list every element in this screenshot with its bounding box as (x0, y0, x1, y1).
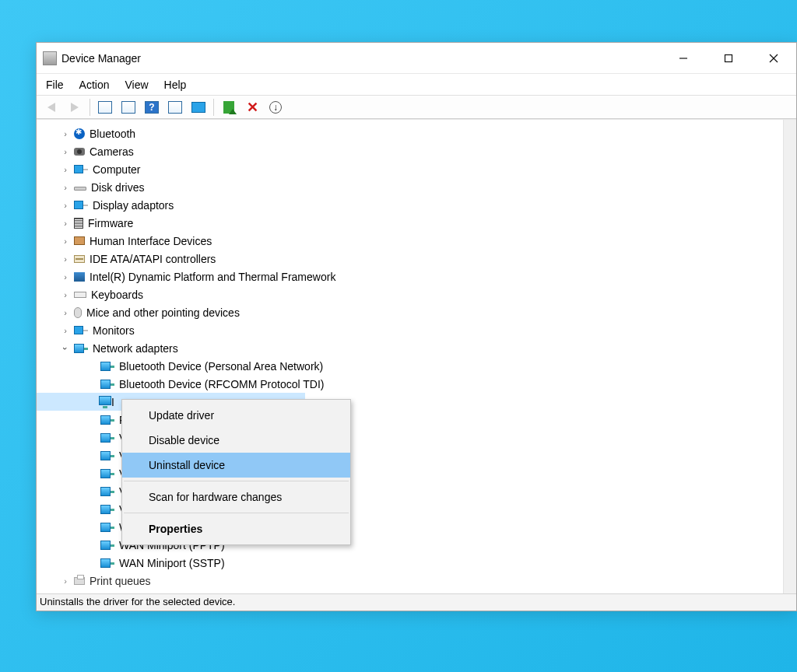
category-label: Disk drives (91, 181, 144, 194)
chevron-right-icon[interactable]: › (60, 218, 71, 229)
enable-icon (223, 101, 234, 114)
device-item[interactable]: Bluetooth Device (Personal Area Network) (37, 357, 796, 375)
arrow-left-icon (47, 103, 55, 112)
keyboard-icon (74, 292, 86, 298)
toolbar-uninstall[interactable]: ✕ (242, 98, 262, 117)
category-label: Bluetooth (90, 128, 135, 140)
category-firmware[interactable]: ›Firmware (37, 214, 796, 232)
category-label: Human Interface Devices (90, 235, 212, 247)
chevron-right-icon[interactable]: › (60, 182, 71, 193)
network-adapter-icon (99, 396, 111, 408)
app-icon (43, 51, 57, 65)
chevron-right-icon[interactable]: › (60, 164, 71, 175)
ide-icon (74, 255, 85, 263)
device-label: Bluetooth Device (Personal Area Network) (119, 360, 323, 373)
context-properties[interactable]: Properties (122, 516, 350, 541)
category-hid[interactable]: ›Human Interface Devices (37, 232, 796, 250)
context-separator (124, 481, 349, 481)
chevron-right-icon[interactable]: › (60, 254, 71, 264)
toolbar-separator (213, 99, 214, 116)
hid-icon (74, 236, 85, 245)
download-icon: ↓ (269, 101, 282, 114)
close-button[interactable] (751, 43, 796, 73)
category-label: Mice and other pointing devices (86, 306, 240, 319)
category-disk-drives[interactable]: ›Disk drives (37, 178, 796, 196)
category-intel-dptf[interactable]: ›Intel(R) Dynamic Platform and Thermal F… (37, 268, 796, 285)
category-display-adapters[interactable]: ›Display adaptors (37, 196, 796, 214)
device-label: I (111, 396, 114, 408)
vertical-scrollbar[interactable] (783, 120, 796, 593)
menu-action[interactable]: Action (78, 77, 111, 93)
context-uninstall-device[interactable]: Uninstall device (122, 453, 350, 478)
chevron-right-icon[interactable]: › (60, 200, 71, 211)
category-label: Print queues (90, 575, 151, 587)
category-print-queues[interactable]: ›Print queues (37, 572, 796, 590)
help-icon: ? (145, 101, 159, 114)
category-label: Keyboards (91, 289, 143, 301)
context-scan-hardware[interactable]: Scan for hardware changes (122, 485, 350, 509)
category-cameras[interactable]: ›Cameras (37, 142, 796, 160)
panel-icon (168, 101, 182, 114)
device-label: Bluetooth Device (RFCOMM Protocol TDI) (119, 378, 324, 390)
context-disable-device[interactable]: Disable device (122, 428, 350, 453)
maximize-button[interactable] (706, 43, 751, 73)
toolbar-help[interactable]: ? (142, 98, 162, 117)
display-icon (74, 199, 88, 212)
chevron-right-icon[interactable]: › (60, 271, 71, 282)
network-adapter-icon (100, 450, 114, 462)
category-label: Computer (93, 163, 140, 176)
status-bar: Uninstalls the driver for the selected d… (37, 593, 796, 611)
network-adapter-icon (100, 378, 114, 390)
category-label: IDE ATA/ATAPI controllers (90, 253, 216, 265)
toolbar-panel2[interactable] (165, 98, 185, 117)
menu-file[interactable]: File (44, 77, 65, 93)
drive-icon (74, 187, 86, 191)
chevron-right-icon[interactable]: › (60, 236, 71, 247)
network-adapter-icon (100, 432, 114, 444)
printer-icon (74, 577, 85, 585)
category-network-adapters[interactable]: ›Network adapters (37, 339, 796, 357)
toolbar-scan[interactable] (188, 98, 209, 117)
toolbar-update[interactable]: ↓ (265, 98, 286, 117)
category-label: Intel(R) Dynamic Platform and Thermal Fr… (90, 271, 335, 283)
category-bluetooth[interactable]: ›Bluetooth (37, 124, 796, 142)
toolbar-enable[interactable] (219, 98, 239, 117)
toolbar: ? ✕ ↓ (37, 96, 796, 119)
menu-view[interactable]: View (123, 77, 149, 93)
network-adapter-icon (100, 557, 114, 569)
category-monitors[interactable]: ›Monitors (37, 321, 796, 339)
toolbar-separator (90, 99, 90, 116)
bluetooth-icon (74, 128, 85, 139)
category-mice[interactable]: ›Mice and other pointing devices (37, 303, 796, 321)
category-label: Network adapters (93, 342, 178, 355)
toolbar-show-hidden[interactable] (95, 98, 115, 117)
toolbar-forward[interactable] (65, 98, 85, 117)
category-keyboards[interactable]: ›Keyboards (37, 285, 796, 303)
window-controls (661, 43, 796, 73)
network-adapter-icon (100, 503, 114, 516)
monitor-icon (191, 102, 205, 113)
chevron-right-icon[interactable]: › (60, 307, 71, 318)
toolbar-back[interactable] (41, 98, 61, 117)
device-item[interactable]: WAN Miniport (SSTP) (37, 554, 796, 572)
chevron-right-icon[interactable]: › (60, 146, 71, 157)
network-adapter-icon (74, 342, 88, 355)
minimize-button[interactable] (661, 43, 706, 73)
chevron-down-icon[interactable]: › (60, 343, 71, 354)
status-text: Uninstalls the driver for the selected d… (40, 596, 235, 607)
menu-help[interactable]: Help (163, 77, 188, 93)
category-computer[interactable]: ›Computer (37, 160, 796, 178)
chevron-right-icon[interactable]: › (60, 576, 71, 586)
chevron-right-icon[interactable]: › (60, 128, 71, 139)
toolbar-properties[interactable] (118, 98, 139, 117)
mouse-icon (74, 307, 82, 318)
device-item[interactable]: Bluetooth Device (RFCOMM Protocol TDI) (37, 375, 796, 393)
chevron-right-icon[interactable]: › (60, 289, 71, 300)
titlebar: Device Manager (37, 43, 796, 74)
chevron-right-icon[interactable]: › (60, 325, 71, 336)
arrow-right-icon (71, 103, 79, 112)
category-ide[interactable]: ›IDE ATA/ATAPI controllers (37, 250, 796, 268)
category-label: Firmware (88, 217, 133, 229)
device-label: WAN Miniport (SSTP) (119, 557, 225, 569)
context-update-driver[interactable]: Update driver (122, 403, 350, 428)
